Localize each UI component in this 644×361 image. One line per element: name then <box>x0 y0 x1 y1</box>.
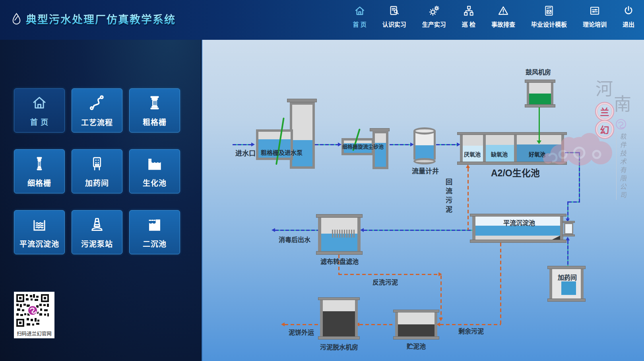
storage-to-dewatering-line <box>359 324 392 325</box>
sidebar-item-secondary-tank[interactable]: 二沉池 <box>129 210 180 254</box>
anoxic-chamber: 缺氧池 <box>486 135 514 162</box>
nav-label: 认识实习 <box>382 20 406 28</box>
tile-label: 加药间 <box>85 177 109 188</box>
sludge-arrow <box>439 318 443 321</box>
sidebar-item-bio-tank[interactable]: 生化池 <box>129 149 180 193</box>
sedimentation-label: 平流沉淀池 <box>503 218 535 227</box>
water-drop-icon <box>11 12 22 26</box>
power-icon <box>623 5 634 17</box>
brand-seal-lan: 兰 <box>595 102 614 121</box>
blower-bottom-cap <box>525 104 555 107</box>
cake-out-line <box>285 324 320 325</box>
tile-label: 细格栅 <box>27 177 51 188</box>
blower-fill <box>529 94 551 104</box>
nav-item-home[interactable]: 首 页 <box>353 5 367 28</box>
nav-item-inspection[interactable]: 巡 检 <box>462 5 475 28</box>
dewatering-house <box>320 300 358 336</box>
flow-line-dosing-up <box>567 240 568 266</box>
sidebar-item-fine-screen[interactable]: 细格栅 <box>14 149 65 193</box>
nav-item-exit[interactable]: 退出 <box>623 5 634 28</box>
sitemap-icon <box>463 5 475 17</box>
sludge-arrow <box>281 322 285 326</box>
filter-top-cap <box>316 214 363 218</box>
flow-meter-label: 流量计井 <box>412 166 439 176</box>
dosing-room: 加药间 <box>549 269 584 299</box>
flow-line-meter-to-a2o <box>436 144 457 145</box>
nav-item-theory-training[interactable]: 理论培训 <box>583 5 607 28</box>
storage-top-cap <box>393 310 439 312</box>
template-document-icon <box>543 5 555 17</box>
tile-label: 生化池 <box>143 177 167 188</box>
flow-arrow <box>338 142 341 146</box>
nav-label: 首 页 <box>353 20 367 28</box>
app-title: 典型污水处理厂仿真教学系统 <box>26 11 176 27</box>
a2o-label: A2/O生化池 <box>491 166 540 179</box>
blower-top-cap <box>525 80 555 83</box>
excess-sludge-line <box>500 243 501 325</box>
outlet-box <box>564 223 573 234</box>
document-search-icon <box>388 5 400 17</box>
nav-label: 巡 检 <box>462 20 475 28</box>
excess-sludge-label: 剩余污泥 <box>458 326 484 336</box>
outflow-label: 消毒后出水 <box>279 234 310 244</box>
flow-arrow <box>360 228 364 232</box>
sludge-pump-icon <box>89 216 105 233</box>
filter-teeth <box>332 230 355 238</box>
header: 典型污水处理厂仿真教学系统 首 页 认识实习 生产实习 <box>0 0 644 40</box>
sidebar-item-sludge-pump[interactable]: 污泥泵站 <box>72 210 122 254</box>
brand: 典型污水处理厂仿真教学系统 <box>11 11 176 27</box>
secondary-tank-icon <box>146 216 163 233</box>
dewatering-bottom-cap <box>318 336 360 340</box>
sliders-panel-icon <box>589 5 601 17</box>
blower-label: 鼓风机房 <box>526 67 551 76</box>
flow-line-inlet <box>233 144 251 145</box>
nav-item-incident-troubleshoot[interactable]: 事故排查 <box>491 5 515 28</box>
watermark-divider <box>616 132 617 200</box>
sidebar-item-process-flow[interactable]: 工艺流程 <box>72 88 122 133</box>
tile-label: 粗格栅 <box>143 116 167 127</box>
qr-code-block: 扫码进兰幻官网 <box>14 292 54 338</box>
nav-label: 生产实习 <box>422 20 446 28</box>
flow-line-sed-to-filter <box>364 230 472 231</box>
company-name-vertical: 软件技术有限公司 <box>618 133 628 205</box>
fine-screen-icon <box>31 155 48 172</box>
cloth-filter-tank <box>318 218 361 251</box>
blower-house <box>527 83 553 104</box>
coarse-screen-icon <box>146 94 163 111</box>
sidebar-item-home[interactable]: 首 页 <box>14 88 65 133</box>
sedimentation-tank-icon <box>31 216 48 233</box>
return-sludge-label: 回流污泥 <box>443 178 453 215</box>
sidebar: 首 页 工艺流程 粗格栅 细格栅 <box>0 40 201 361</box>
dosing-top-cap <box>547 266 586 269</box>
flow-line-a2o-out <box>567 201 568 219</box>
sidebar-item-coarse-screen[interactable]: 粗格栅 <box>129 88 180 133</box>
nav-item-graduation-template[interactable]: 毕业设计模板 <box>531 5 567 28</box>
fine-screen-column <box>372 131 388 169</box>
tile-label: 工艺流程 <box>81 117 113 127</box>
dosing-bottom-cap <box>547 299 586 302</box>
dewatering-label: 污泥脱水机房 <box>320 342 358 351</box>
tile-label: 污泥泵站 <box>81 238 113 249</box>
flow-arrow <box>251 142 255 146</box>
sedimentation-bottom-rail <box>470 240 566 243</box>
sedimentation-tank: 平流沉淀池 <box>472 217 563 240</box>
cake-out-label: 泥饼外运 <box>289 327 314 337</box>
warning-triangle-icon <box>497 5 509 17</box>
nav-item-production-practice[interactable]: 生产实习 <box>422 5 446 28</box>
storage-label: 贮泥池 <box>407 341 426 351</box>
nav-label: 理论培训 <box>583 20 607 28</box>
dewatering-top-cap <box>318 297 360 300</box>
sidebar-item-h-sedimentation[interactable]: 平流沉淀池 <box>14 210 65 254</box>
storage-bottom-cap <box>393 336 439 340</box>
backwash-label: 反洗污泥 <box>372 277 398 287</box>
nav-item-cognition-practice[interactable]: 认识实习 <box>382 5 406 28</box>
qr-caption: 扫码进兰幻官网 <box>16 330 53 337</box>
backwash-line <box>338 274 438 275</box>
process-diagram: 厌氧池 缺氧池 好氧池 A2/O生化池 鼓风机房 平流沉淀池 加药间 <box>202 40 644 361</box>
brand-seal-huan: 幻 <box>595 120 614 139</box>
backwash-line <box>440 275 442 318</box>
anaerobic-chamber: 厌氧池 <box>463 135 483 162</box>
tile-label: 二沉池 <box>143 238 167 249</box>
sidebar-item-dosing-room[interactable]: 加药间 <box>72 149 122 193</box>
sidebar-tile-grid: 首 页 工艺流程 粗格栅 细格栅 <box>14 88 180 254</box>
